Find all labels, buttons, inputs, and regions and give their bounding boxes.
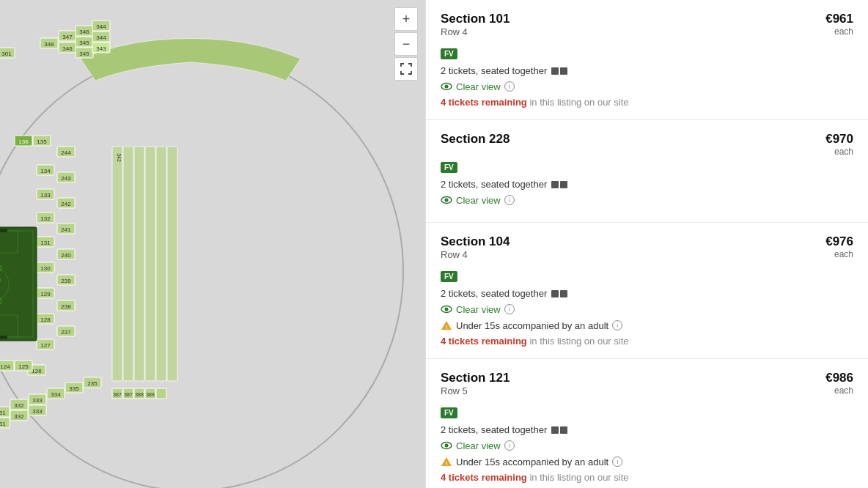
seats-info-row: 2 tickets, seated together [441,424,853,435]
svg-text:129: 129 [40,291,51,297]
ticket-section-name: Section 101 Row 4 [441,12,510,43]
fv-badge: FV [441,48,457,59]
svg-text:240: 240 [61,252,71,259]
clear-view-info[interactable]: i [504,81,515,92]
svg-text:344: 344 [96,23,106,30]
svg-text:335: 335 [69,385,79,392]
zoom-out-button[interactable]: − [394,32,418,56]
svg-text:!: ! [446,460,448,467]
tickets-panel: Section 101 Row 4 €961 each FV 2 tickets… [425,0,868,488]
fv-badge: FV [441,407,457,418]
svg-text:243: 243 [61,175,71,182]
ticket-card: Section 121 Row 5 €986 each FV 2 tickets… [426,359,868,488]
fullscreen-button[interactable] [394,57,418,81]
ticket-header: Section 121 Row 5 €986 each [441,371,853,402]
svg-text:344: 344 [96,34,106,41]
warning-icon: ! [441,319,452,331]
fv-badge: FV [441,271,457,282]
under15-row: ! Under 15s accompanied by an adult i [441,456,853,467]
svg-text:135: 135 [37,138,47,145]
under15-info[interactable]: i [612,320,622,330]
ticket-header: Section 228 €970 each [441,132,853,157]
seats-info-row: 2 tickets, seated together [441,288,853,299]
ticket-card: Section 104 Row 4 €976 each FV 2 tickets… [426,223,868,359]
svg-text:134: 134 [40,168,51,174]
svg-text:10: 10 [0,297,2,306]
svg-text:332: 332 [14,402,24,409]
ticket-price-block: €961 each [825,12,853,37]
seats-info-row: 2 tickets, seated together [441,65,853,76]
svg-text:244: 244 [61,149,71,156]
clear-view-info[interactable]: i [504,440,515,451]
clear-view-info[interactable]: i [504,304,515,314]
svg-rect-96 [0,336,7,339]
stadium-map-panel: + − [0,0,425,488]
stadium-svg: 301 301 348 347 346 346 345 345 344 344 [0,0,425,488]
svg-text:388: 388 [135,392,144,397]
svg-rect-87 [156,147,166,381]
svg-text:125: 125 [18,363,29,370]
svg-rect-144 [156,388,166,399]
svg-rect-82 [112,147,122,381]
svg-rect-88 [167,147,177,381]
svg-text:242: 242 [61,201,71,207]
svg-text:132: 132 [40,215,51,222]
svg-text:346: 346 [62,45,73,52]
svg-text:342: 342 [117,153,122,162]
svg-text:387: 387 [124,392,133,397]
ticket-section-name: Section 228 [441,132,510,147]
eye-icon [441,194,452,206]
svg-rect-86 [145,147,155,381]
eye-icon [441,440,452,451]
eye-icon [441,81,452,92]
svg-rect-89 [0,227,37,341]
svg-text:348: 348 [44,41,54,48]
clear-view-row: Clear view i [441,303,853,315]
svg-text:331: 331 [0,421,6,427]
svg-text:237: 237 [61,329,71,336]
svg-text:238: 238 [61,303,71,310]
ticket-price-block: €986 each [825,371,853,396]
svg-text:387: 387 [113,392,122,397]
svg-text:130: 130 [40,265,51,272]
tickets-remaining: 4 tickets remaining in this listing on o… [441,472,853,483]
eye-icon [441,303,452,315]
fv-badge: FV [441,162,457,173]
svg-text:301: 301 [1,51,12,57]
svg-text:136: 136 [18,138,29,145]
zoom-in-button[interactable]: + [394,7,418,31]
svg-point-154 [445,308,449,311]
svg-point-158 [445,444,449,448]
clear-view-info[interactable]: i [504,195,515,205]
ticket-card: Section 228 €970 each FV 2 tickets, seat… [426,120,868,223]
clear-view-row: Clear view i [441,440,853,451]
svg-text:126: 126 [32,368,42,374]
svg-text:345: 345 [79,40,89,46]
svg-text:241: 241 [61,226,71,233]
ticket-card: Section 101 Row 4 €961 each FV 2 tickets… [426,0,868,120]
seats-icon [551,290,567,297]
svg-text:20: 20 [0,265,2,273]
ticket-section-name: Section 121 Row 5 [441,371,510,402]
under15-info[interactable]: i [612,456,622,467]
svg-text:333: 333 [32,408,43,415]
seats-icon [551,67,567,75]
svg-text:235: 235 [87,380,98,387]
svg-text:239: 239 [61,278,71,284]
svg-text:!: ! [446,324,448,330]
svg-rect-84 [123,147,133,381]
ticket-price-block: €976 each [825,234,853,259]
svg-text:347: 347 [62,34,73,40]
ticket-price-block: €970 each [825,132,853,157]
svg-point-150 [445,85,449,89]
svg-text:343: 343 [96,45,106,52]
svg-rect-85 [134,147,144,381]
svg-text:345: 345 [79,51,89,57]
warning-icon: ! [441,456,452,467]
under15-row: ! Under 15s accompanied by an adult i [441,319,853,331]
svg-rect-95 [0,229,7,232]
svg-point-152 [445,199,449,202]
svg-text:133: 133 [40,192,51,199]
seats-info-row: 2 tickets, seated together [441,179,853,190]
seats-icon [551,426,567,434]
